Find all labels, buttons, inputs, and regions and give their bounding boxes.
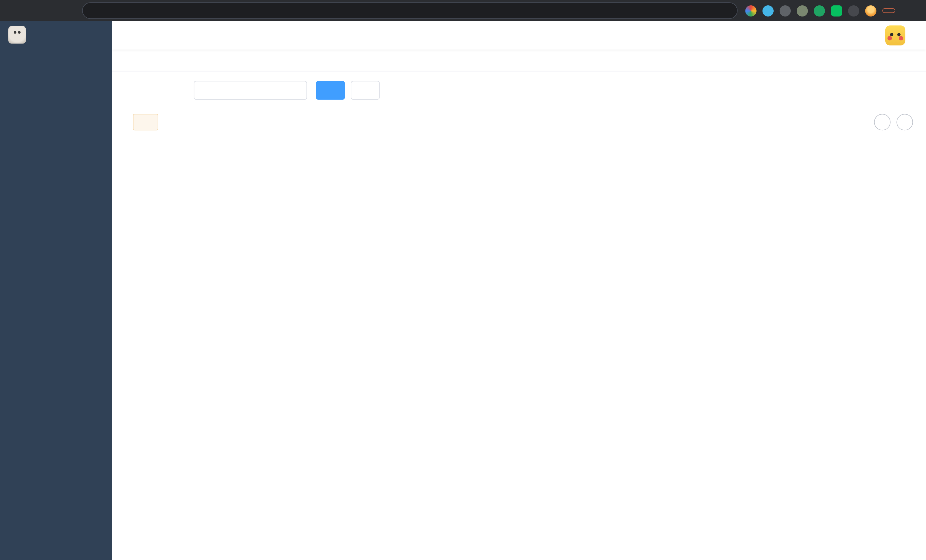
browser-profile-avatar[interactable]	[865, 5, 876, 16]
reset-button[interactable]	[351, 81, 380, 100]
extension-icon[interactable]	[797, 5, 808, 16]
tags-view	[112, 50, 926, 71]
reload-button[interactable]	[41, 2, 58, 19]
refresh-icon	[360, 87, 367, 94]
extension-icon[interactable]	[831, 5, 842, 16]
bookmark-star-icon[interactable]	[720, 3, 735, 18]
extension-icon[interactable]	[745, 5, 756, 16]
filter-form	[112, 71, 926, 100]
home-button[interactable]	[59, 2, 76, 19]
site-info-icon[interactable]	[89, 6, 97, 15]
search-icon[interactable]	[791, 31, 801, 40]
help-icon[interactable]	[829, 31, 838, 40]
kebab-menu-icon	[905, 6, 914, 15]
reload-icon	[45, 6, 54, 15]
share-icon[interactable]	[704, 3, 718, 18]
extension-icon[interactable]	[848, 5, 859, 16]
download-icon	[141, 119, 148, 126]
forward-button[interactable]	[24, 2, 40, 19]
search-icon	[879, 119, 886, 126]
logo-image	[8, 26, 26, 44]
create-time-range-picker[interactable]	[194, 81, 307, 100]
home-icon	[63, 6, 72, 15]
toggle-search-button[interactable]	[874, 114, 891, 130]
sidebar-collapse-button[interactable]	[112, 29, 139, 42]
screen	[0, 0, 926, 560]
search-icon	[325, 87, 333, 94]
top-navbar	[112, 21, 926, 50]
forward-icon	[27, 6, 36, 15]
github-icon[interactable]	[809, 30, 820, 41]
address-bar[interactable]	[83, 3, 737, 18]
caret-down-icon[interactable]	[914, 32, 920, 38]
sidebar-logo[interactable]	[0, 21, 112, 48]
sidebar	[0, 21, 112, 560]
avatar[interactable]	[885, 25, 905, 45]
back-icon	[9, 6, 19, 15]
content-area	[112, 71, 926, 560]
hamburger-icon	[121, 29, 131, 39]
fullscreen-icon[interactable]	[847, 31, 857, 40]
table-toolbar	[133, 114, 913, 130]
refresh-icon	[901, 119, 908, 126]
back-button[interactable]	[6, 2, 23, 19]
clock-icon	[200, 86, 209, 95]
navbar-actions	[791, 25, 926, 45]
font-size-icon[interactable]	[865, 30, 876, 41]
extension-icon[interactable]	[780, 5, 791, 16]
export-button[interactable]	[133, 114, 158, 130]
extension-icon[interactable]	[814, 5, 825, 16]
sidebar-menu	[0, 48, 112, 560]
extension-icon[interactable]	[763, 5, 774, 16]
browser-menu-button[interactable]	[901, 2, 918, 19]
extensions-area	[745, 2, 920, 19]
search-button[interactable]	[316, 81, 345, 100]
browser-toolbar	[0, 0, 926, 21]
refresh-table-button[interactable]	[896, 114, 913, 130]
browser-update-button[interactable]	[882, 8, 896, 13]
